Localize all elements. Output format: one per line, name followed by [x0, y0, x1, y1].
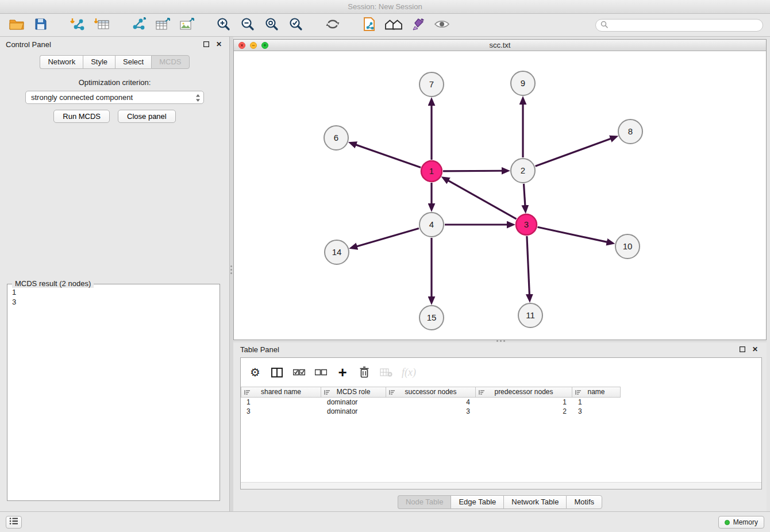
import-network-button[interactable] [68, 16, 87, 34]
node-7[interactable]: 7 [419, 72, 444, 97]
tab-network-table[interactable]: Network Table [503, 495, 566, 509]
control-tab-mcds[interactable]: MCDS [151, 55, 189, 69]
table-cell[interactable]: 3 [572, 407, 621, 416]
column-header-name[interactable]: name [572, 387, 621, 398]
column-header-mcds-role[interactable]: MCDS role [321, 387, 386, 398]
table-panel: Table Panel ✕ ⚙ + f(x) shared nameMCDS r… [233, 342, 767, 511]
run-mcds-button[interactable]: Run MCDS [53, 110, 110, 123]
svg-text:4: 4 [429, 219, 434, 229]
zoom-out-button[interactable] [238, 16, 257, 34]
control-panel-close-icon[interactable]: ✕ [214, 40, 224, 49]
maximize-window-icon[interactable]: + [261, 42, 268, 49]
function-builder-icon: f(x) [402, 365, 416, 380]
zoom-selected-button[interactable] [286, 16, 306, 34]
select-all-icon[interactable] [292, 365, 305, 380]
column-header-shared-name[interactable]: shared name [241, 387, 321, 398]
edge-3-1[interactable] [448, 180, 517, 219]
minimize-window-icon[interactable]: − [250, 42, 257, 49]
criterion-dropdown[interactable]: strongly connected component [25, 91, 204, 104]
export-image-button[interactable] [177, 16, 197, 34]
search-input[interactable] [611, 21, 758, 29]
search-icon [600, 20, 608, 30]
refresh-layout-button[interactable] [323, 16, 342, 34]
edge-3-10[interactable] [538, 227, 607, 242]
style-brush-button[interactable] [408, 16, 428, 34]
node-4[interactable]: 4 [419, 213, 444, 237]
network-document-button[interactable] [360, 16, 379, 34]
result-line: 1 [12, 287, 215, 297]
control-tab-select[interactable]: Select [115, 55, 151, 69]
svg-text:6: 6 [334, 133, 338, 142]
mcds-result-lines[interactable]: 13 [7, 284, 220, 310]
control-tab-network[interactable]: Network [40, 55, 83, 69]
column-header-predecessor-nodes[interactable]: predecessor nodes [476, 387, 572, 398]
export-table-icon [155, 17, 171, 34]
network-share-icon [131, 17, 146, 33]
settings-gear-icon[interactable]: ⚙ [249, 365, 261, 380]
node-9[interactable]: 9 [511, 71, 535, 95]
table-panel-float-icon[interactable] [738, 345, 747, 354]
table-cell[interactable]: 1 [241, 398, 321, 407]
houses-button[interactable] [384, 16, 403, 34]
table-cell[interactable]: dominator [321, 407, 386, 416]
zoom-fit-button[interactable] [262, 16, 282, 34]
edge-2-3[interactable] [523, 184, 525, 206]
svg-text:8: 8 [628, 126, 633, 136]
task-history-button[interactable] [6, 516, 22, 529]
import-table-button[interactable] [92, 16, 111, 34]
node-6[interactable]: 6 [324, 126, 348, 150]
edge-2-8[interactable] [536, 138, 611, 166]
zoom-in-button[interactable] [214, 16, 233, 34]
delete-row-icon[interactable] [358, 365, 371, 380]
node-11[interactable]: 11 [518, 303, 542, 327]
edge-4-14[interactable] [357, 228, 419, 246]
export-table-button[interactable] [153, 16, 172, 34]
tab-node-table[interactable]: Node Table [398, 495, 451, 509]
node-8[interactable]: 8 [618, 119, 642, 144]
table-cell[interactable]: 2 [476, 407, 572, 416]
add-row-icon[interactable]: + [336, 365, 349, 380]
table-cell[interactable]: 1 [476, 398, 572, 407]
table-panel-close-icon[interactable]: ✕ [750, 345, 760, 354]
edge-1-6[interactable] [356, 145, 421, 168]
search-field[interactable] [595, 19, 763, 32]
network-canvas[interactable]: 7968124314101511 [234, 51, 766, 340]
deselect-all-icon[interactable] [314, 365, 327, 380]
open-folder-icon [9, 18, 25, 33]
open-session-button[interactable] [7, 16, 26, 34]
table-cell[interactable]: 3 [386, 407, 476, 416]
table-cell[interactable]: 4 [386, 398, 476, 407]
node-10[interactable]: 10 [615, 234, 640, 259]
save-session-button[interactable] [31, 16, 51, 34]
tab-edge-table[interactable]: Edge Table [451, 495, 503, 509]
tab-motifs[interactable]: Motifs [566, 495, 602, 509]
table-cell[interactable]: 1 [572, 398, 621, 407]
import-network-icon [70, 17, 86, 34]
control-panel-title: Control Panel [6, 40, 51, 49]
new-network-button[interactable] [129, 16, 148, 34]
node-3[interactable]: 3 [516, 214, 537, 235]
control-tab-style[interactable]: Style [83, 55, 115, 69]
close-panel-button[interactable]: Close panel [118, 110, 176, 123]
table-body: 1dominator4113dominator323 [241, 398, 761, 416]
memory-button[interactable]: Memory [718, 516, 764, 529]
table-row[interactable]: 1dominator411 [241, 398, 761, 407]
table-horizontal-scrollbar[interactable] [241, 482, 761, 489]
control-panel-float-icon[interactable] [202, 40, 211, 49]
table-cell[interactable]: dominator [321, 398, 386, 407]
control-panel: Control Panel ✕ NetworkStyleSelectMCDS O… [0, 37, 230, 511]
table-cell[interactable]: 3 [241, 407, 321, 416]
node-1[interactable]: 1 [421, 161, 442, 182]
import-table-icon [94, 17, 110, 34]
eye-button[interactable] [432, 16, 452, 34]
column-header-successor-nodes[interactable]: successor nodes [386, 387, 476, 398]
node-14[interactable]: 14 [325, 240, 349, 264]
close-window-icon[interactable]: × [238, 42, 245, 49]
table-row[interactable]: 3dominator323 [241, 407, 761, 416]
edge-3-11[interactable] [527, 236, 530, 295]
columns-icon[interactable] [271, 365, 283, 380]
node-2[interactable]: 2 [511, 159, 535, 183]
edge-1-2[interactable] [443, 171, 502, 171]
node-15[interactable]: 15 [419, 306, 444, 330]
svg-text:10: 10 [623, 241, 633, 251]
